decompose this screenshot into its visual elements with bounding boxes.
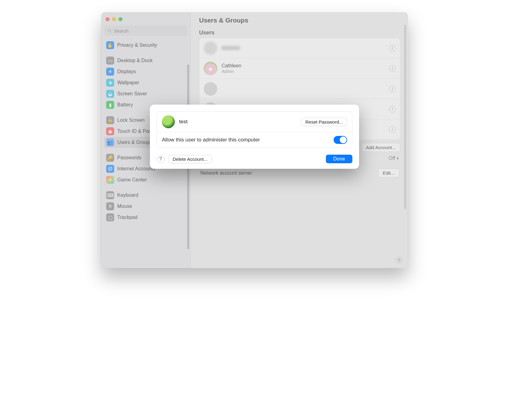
network-server-label: Network account server bbox=[200, 170, 252, 176]
sidebar-item-label: Battery bbox=[117, 102, 133, 108]
sidebar-item-label: Mouse bbox=[117, 204, 132, 209]
sidebar-item-label: Lock Screen bbox=[117, 117, 145, 123]
search-input[interactable] bbox=[114, 28, 184, 34]
keyboard-icon: ⌨ bbox=[106, 191, 114, 199]
sidebar-item-game-center[interactable]: ✦Game Center bbox=[104, 174, 186, 185]
user-meta: CathleenAdmin bbox=[222, 63, 385, 74]
user-avatar bbox=[204, 42, 217, 55]
sidebar-item-keyboard[interactable]: ⌨Keyboard bbox=[104, 190, 186, 201]
reset-password-button[interactable]: Reset Password... bbox=[301, 118, 347, 126]
sidebar-item-label: Keyboard bbox=[117, 192, 138, 198]
at-icon: @ bbox=[106, 165, 114, 173]
done-button[interactable]: Done bbox=[326, 155, 352, 163]
user-edit-card: test Reset Password... Allow this user t… bbox=[157, 111, 352, 148]
user-name-label: test bbox=[179, 119, 301, 125]
screensaver-icon: ◒ bbox=[106, 90, 114, 98]
auto-login-value[interactable]: Off ▲▼ bbox=[389, 156, 399, 161]
admin-toggle-label: Allow this user to administer this compu… bbox=[162, 137, 334, 143]
svg-line-1 bbox=[110, 31, 111, 32]
sidebar-item-label: Displays bbox=[117, 69, 136, 74]
sidebar-item-label: Desktop & Dock bbox=[117, 58, 153, 63]
trackpad-icon: ▢ bbox=[106, 213, 114, 221]
sidebar-item-mouse[interactable]: 🖱Mouse bbox=[104, 201, 186, 212]
delete-account-button[interactable]: Delete Account... bbox=[168, 155, 212, 163]
user-name: Cathleen bbox=[222, 63, 385, 69]
close-window-button[interactable] bbox=[106, 17, 110, 21]
svg-point-0 bbox=[108, 29, 111, 32]
sheet-help-button[interactable]: ? bbox=[157, 155, 165, 163]
search-icon bbox=[107, 29, 112, 33]
maximize-window-button[interactable] bbox=[118, 17, 122, 21]
mouse-icon: 🖱 bbox=[106, 202, 114, 210]
sidebar-item-wallpaper[interactable]: ❀Wallpaper bbox=[104, 77, 186, 88]
sidebar-item-label: Privacy & Security bbox=[117, 42, 157, 48]
sidebar-item-label: Screen Saver bbox=[117, 91, 147, 97]
user-info-button[interactable]: i bbox=[389, 126, 396, 133]
user-edit-sheet: test Reset Password... Allow this user t… bbox=[150, 105, 359, 169]
main-scrollbar[interactable] bbox=[404, 25, 406, 209]
sidebar-item-desktop-dock[interactable]: ▭Desktop & Dock bbox=[104, 55, 186, 66]
user-row[interactable]: i bbox=[199, 79, 400, 99]
dock-icon: ▭ bbox=[106, 57, 114, 65]
lock-icon: 🔒 bbox=[106, 116, 114, 124]
gamecenter-icon: ✦ bbox=[106, 176, 114, 184]
user-avatar[interactable] bbox=[162, 115, 175, 128]
user-meta bbox=[222, 46, 385, 50]
brightness-icon: ☀ bbox=[106, 68, 114, 76]
chevron-up-down-icon: ▲▼ bbox=[396, 157, 399, 160]
sidebar-item-label: Users & Groups bbox=[117, 140, 152, 145]
page-help-button[interactable]: ? bbox=[395, 256, 403, 264]
sidebar-item-privacy-security[interactable]: ✋Privacy & Security bbox=[104, 40, 186, 51]
user-info-button[interactable]: i bbox=[389, 85, 396, 92]
sidebar-item-label: Internet Accounts bbox=[117, 166, 155, 172]
add-account-button[interactable]: Add Account... bbox=[361, 143, 400, 152]
window-controls bbox=[104, 15, 187, 26]
user-name bbox=[222, 46, 240, 50]
user-info-button[interactable]: i bbox=[389, 65, 396, 72]
user-role: Admin bbox=[222, 69, 385, 74]
network-server-edit-button[interactable]: Edit... bbox=[378, 168, 399, 177]
users-icon: 👥 bbox=[106, 138, 114, 146]
battery-icon: ▮ bbox=[106, 101, 114, 109]
user-row[interactable]: i bbox=[199, 38, 400, 58]
user-row[interactable]: CathleenAdmini bbox=[199, 58, 400, 79]
sidebar-item-displays[interactable]: ☀Displays bbox=[104, 66, 186, 77]
hand-icon: ✋ bbox=[106, 41, 114, 49]
page-title: Users & Groups bbox=[199, 17, 400, 24]
sidebar-item-label: Game Center bbox=[117, 177, 147, 183]
search-field[interactable] bbox=[104, 26, 187, 36]
users-section-label: Users bbox=[199, 30, 400, 36]
sidebar-item-label: Trackpad bbox=[117, 215, 138, 220]
admin-toggle[interactable] bbox=[334, 136, 347, 144]
user-info-button[interactable]: i bbox=[389, 106, 396, 113]
fingerprint-icon: ◉ bbox=[106, 127, 114, 135]
sidebar-item-screen-saver[interactable]: ◒Screen Saver bbox=[104, 88, 186, 99]
sidebar-item-trackpad[interactable]: ▢Trackpad bbox=[104, 212, 186, 223]
user-info-button[interactable]: i bbox=[389, 45, 396, 52]
user-avatar bbox=[204, 62, 217, 75]
sidebar-item-label: Passwords bbox=[117, 155, 141, 160]
key-icon: 🔑 bbox=[106, 154, 114, 162]
wallpaper-icon: ❀ bbox=[106, 79, 114, 87]
sidebar-item-label: Wallpaper bbox=[117, 80, 139, 85]
user-avatar bbox=[204, 82, 217, 96]
minimize-window-button[interactable] bbox=[112, 17, 116, 21]
